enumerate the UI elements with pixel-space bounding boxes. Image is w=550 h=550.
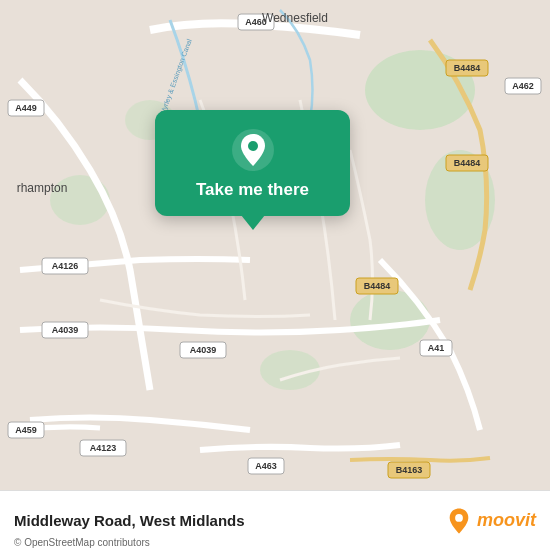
svg-text:A4039: A4039 (52, 325, 79, 335)
bottom-bar: Middleway Road, West Midlands © OpenStre… (0, 490, 550, 550)
svg-text:A4039: A4039 (190, 345, 217, 355)
svg-text:A41: A41 (428, 343, 445, 353)
svg-text:B4484: B4484 (364, 281, 391, 291)
popup-label: Take me there (196, 180, 309, 200)
svg-text:A4123: A4123 (90, 443, 117, 453)
svg-text:A459: A459 (15, 425, 37, 435)
svg-text:A4126: A4126 (52, 261, 79, 271)
location-info: Middleway Road, West Midlands © OpenStre… (14, 512, 445, 529)
svg-text:Wednesfield: Wednesfield (262, 11, 328, 25)
svg-text:B4484: B4484 (454, 158, 481, 168)
location-name: Middleway Road, West Midlands (14, 512, 445, 529)
svg-text:A463: A463 (255, 461, 277, 471)
svg-text:B4484: B4484 (454, 63, 481, 73)
navigate-popup[interactable]: Take me there (155, 110, 350, 216)
svg-point-40 (455, 514, 463, 522)
moovit-brand-text: moovit (477, 510, 536, 531)
svg-text:A462: A462 (512, 81, 534, 91)
location-pin-icon (231, 128, 275, 172)
svg-text:rhampton: rhampton (17, 181, 68, 195)
svg-text:B4163: B4163 (396, 465, 423, 475)
svg-text:A449: A449 (15, 103, 37, 113)
copyright-text: © OpenStreetMap contributors (14, 537, 150, 548)
svg-point-39 (248, 141, 258, 151)
moovit-logo: moovit (445, 507, 536, 535)
map-area[interactable]: A460 A449 A462 B4484 B4484 A4126 A4039 A… (0, 0, 550, 490)
moovit-pin-icon (445, 507, 473, 535)
